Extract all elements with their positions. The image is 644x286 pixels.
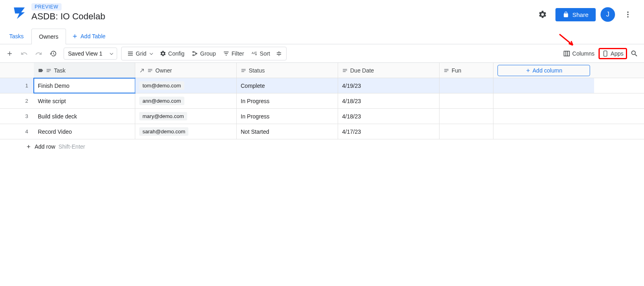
sort-icon: AZ xyxy=(251,50,258,57)
app-logo[interactable] xyxy=(12,6,27,20)
data-table: Task Owner Status Due Date Fun xyxy=(0,63,644,154)
table-row[interactable]: 4 Record Video sarah@demo.com Not Starte… xyxy=(0,124,644,139)
more-menu[interactable] xyxy=(620,6,636,23)
history-button[interactable] xyxy=(47,47,60,60)
toolbar: Saved View 1 Grid Config Group Filter AZ… xyxy=(0,44,644,63)
cell-owner[interactable]: ann@demo.com xyxy=(135,93,237,108)
phone-icon xyxy=(602,50,609,57)
svg-point-1 xyxy=(627,14,628,15)
column-header-task[interactable]: Task xyxy=(34,63,135,78)
filter-icon xyxy=(223,50,229,57)
svg-point-0 xyxy=(627,12,628,13)
header: PREVIEW ASDB: IO Codelab Share J xyxy=(0,0,644,28)
cell-task[interactable]: Finish Demo xyxy=(34,78,135,93)
cell-empty xyxy=(493,78,594,93)
svg-point-2 xyxy=(627,16,628,17)
cell-owner[interactable]: sarah@demo.com xyxy=(135,124,237,139)
svg-point-4 xyxy=(193,54,194,56)
add-table-button[interactable]: Add Table xyxy=(66,33,111,39)
sheet-tabs: Tasks Owners Add Table xyxy=(0,28,644,44)
ref-icon xyxy=(139,68,145,73)
row-number[interactable]: 1 xyxy=(0,78,34,93)
cell-due-date[interactable]: 4/18/23 xyxy=(338,93,440,108)
svg-text:AZ: AZ xyxy=(252,51,256,55)
chevron-down-icon xyxy=(150,51,153,54)
plus-icon xyxy=(26,144,31,149)
tab-tasks[interactable]: Tasks xyxy=(2,28,31,44)
row-number[interactable]: 3 xyxy=(0,109,34,124)
cell-empty xyxy=(493,93,594,108)
table-row[interactable]: 1 Finish Demo tom@demo.com Complete 4/19… xyxy=(0,78,644,93)
cell-fun[interactable] xyxy=(440,124,493,139)
cell-status[interactable]: In Progress xyxy=(237,109,338,124)
cell-due-date[interactable]: 4/17/23 xyxy=(338,124,440,139)
lock-icon xyxy=(563,11,569,18)
group-icon xyxy=(192,50,198,57)
apps-button[interactable]: Apps xyxy=(599,48,627,59)
plus-icon xyxy=(525,68,531,73)
cell-status[interactable]: Complete xyxy=(237,78,338,93)
cell-fun[interactable] xyxy=(440,93,493,108)
group-button[interactable]: Group xyxy=(188,49,219,58)
document-title[interactable]: ASDB: IO Codelab xyxy=(31,11,105,22)
cell-owner[interactable]: mary@demo.com xyxy=(135,109,237,124)
cell-due-date[interactable]: 4/18/23 xyxy=(338,109,440,124)
cell-status[interactable]: In Progress xyxy=(237,93,338,108)
cell-task[interactable]: Build slide deck xyxy=(34,109,135,124)
plus-icon xyxy=(72,33,78,39)
text-icon xyxy=(444,68,449,73)
text-icon xyxy=(241,68,246,73)
list-icon xyxy=(127,50,134,57)
gear-icon xyxy=(160,50,166,57)
columns-icon xyxy=(563,50,570,57)
cell-due-date[interactable]: 4/19/23 xyxy=(338,78,440,93)
density-button[interactable] xyxy=(274,49,284,58)
add-button[interactable] xyxy=(3,47,16,60)
search-button[interactable] xyxy=(628,47,641,60)
cell-empty xyxy=(493,109,594,124)
column-header-fun[interactable]: Fun xyxy=(440,63,493,78)
svg-point-3 xyxy=(193,51,194,52)
cell-task[interactable]: Write script xyxy=(34,93,135,108)
user-avatar[interactable]: J xyxy=(601,7,615,22)
column-header-add: Add column xyxy=(493,63,594,78)
share-button[interactable]: Share xyxy=(555,8,596,21)
row-number[interactable]: 2 xyxy=(0,93,34,109)
svg-rect-7 xyxy=(564,51,570,56)
cell-task[interactable]: Record Video xyxy=(34,124,135,139)
settings-button[interactable] xyxy=(535,6,551,23)
cell-empty xyxy=(493,124,594,139)
column-header-status[interactable]: Status xyxy=(237,63,338,78)
preview-badge: PREVIEW xyxy=(31,3,62,10)
cell-fun[interactable] xyxy=(440,109,493,124)
density-icon xyxy=(276,50,282,57)
redo-button[interactable] xyxy=(32,47,45,60)
cell-fun[interactable] xyxy=(440,78,493,93)
grid-view-button[interactable]: Grid xyxy=(124,49,155,58)
text-icon xyxy=(342,68,348,73)
svg-rect-8 xyxy=(604,51,607,56)
cell-owner[interactable]: tom@demo.com xyxy=(135,78,237,93)
row-number[interactable]: 4 xyxy=(0,124,34,139)
column-header-due-date[interactable]: Due Date xyxy=(338,63,440,78)
add-row-button[interactable]: Add row Shift-Enter xyxy=(0,139,644,154)
column-header-owner[interactable]: Owner xyxy=(135,63,237,78)
config-button[interactable]: Config xyxy=(157,49,188,58)
chevron-down-icon xyxy=(110,51,113,54)
undo-button[interactable] xyxy=(18,47,31,60)
add-column-button[interactable]: Add column xyxy=(497,65,590,76)
tab-owners[interactable]: Owners xyxy=(31,29,66,44)
filter-button[interactable]: Filter xyxy=(220,49,247,58)
search-icon xyxy=(630,50,638,58)
text-icon xyxy=(147,68,153,73)
saved-view-dropdown[interactable]: Saved View 1 xyxy=(64,48,117,60)
table-row[interactable]: 2 Write script ann@demo.com In Progress … xyxy=(0,93,644,109)
label-icon xyxy=(38,68,43,73)
text-icon xyxy=(46,68,52,73)
table-row[interactable]: 3 Build slide deck mary@demo.com In Prog… xyxy=(0,109,644,124)
columns-button[interactable]: Columns xyxy=(560,48,598,59)
sort-button[interactable]: AZ Sort xyxy=(248,49,273,58)
cell-status[interactable]: Not Started xyxy=(237,124,338,139)
